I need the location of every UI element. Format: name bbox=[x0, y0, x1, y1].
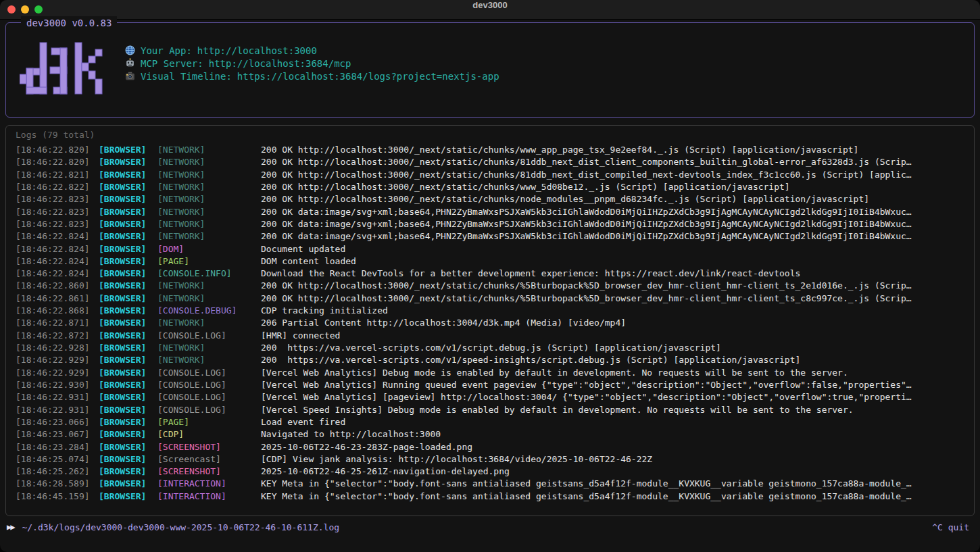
log-category-tag: [CONSOLE.LOG] bbox=[157, 379, 261, 391]
log-list: [18:46:22.820] [BROWSER] [NETWORK] 200 O… bbox=[16, 144, 972, 503]
log-message: KEY Meta in {"selector":"body.font-sans … bbox=[261, 478, 972, 490]
log-category-tag: [NETWORK] bbox=[157, 342, 261, 354]
log-message: [Vercel Web Analytics] Running queued ev… bbox=[261, 379, 972, 391]
log-message: Document updated bbox=[261, 243, 972, 255]
log-message: Download the React DevTools for a better… bbox=[261, 268, 972, 280]
log-message: [Vercel Speed Insights] Debug mode is en… bbox=[261, 404, 972, 416]
log-timestamp: [18:46:45.159] bbox=[16, 491, 99, 503]
log-message: 200 OK data:image/svg+xml;base64,PHN2ZyB… bbox=[261, 230, 972, 243]
log-timestamp: [18:46:22.928] bbox=[16, 342, 99, 354]
logs-count-label: Logs (79 total) bbox=[16, 130, 95, 140]
status-bar: ▶▶ ~/.d3k/logs/dev3000-dev3000-www-2025-… bbox=[7, 520, 969, 534]
log-category-tag: [CONSOLE.LOG] bbox=[157, 391, 261, 403]
app-version-label: dev3000 v0.0.83 bbox=[21, 16, 117, 30]
log-source-tag: [BROWSER] bbox=[99, 491, 157, 503]
terminal-content: dev3000 v0.0.83 bbox=[0, 19, 980, 552]
d3k-logo bbox=[20, 42, 104, 95]
log-message: 200 OK http://localhost:3000/_next/stati… bbox=[261, 181, 972, 193]
log-category-tag: [NETWORK] bbox=[157, 181, 261, 193]
log-message: 200 https://va.vercel-scripts.com/v1/spe… bbox=[261, 354, 972, 366]
log-timestamp: [18:46:23.067] bbox=[16, 428, 99, 441]
log-row: [18:46:22.824] [BROWSER] [NETWORK] 200 O… bbox=[16, 230, 972, 243]
log-message: 200 OK http://localhost:3000/_next/stati… bbox=[261, 293, 972, 305]
log-source-tag: [BROWSER] bbox=[99, 453, 157, 466]
log-source-tag: [BROWSER] bbox=[99, 379, 157, 391]
titlebar: dev3000 bbox=[0, 0, 980, 20]
log-row: [18:46:22.929] [BROWSER] [CONSOLE.LOG] [… bbox=[16, 367, 972, 379]
log-row: [18:46:22.824] [BROWSER] [CONSOLE.INFO] … bbox=[16, 268, 972, 280]
log-row: [18:46:22.930] [BROWSER] [CONSOLE.LOG] [… bbox=[16, 379, 972, 391]
log-category-tag: [INTERACTION] bbox=[157, 478, 261, 490]
log-source-tag: [BROWSER] bbox=[99, 466, 157, 478]
log-row: [18:46:22.929] [BROWSER] [NETWORK] 200 h… bbox=[16, 354, 972, 366]
log-message: 200 https://va.vercel-scripts.com/v1/scr… bbox=[261, 342, 972, 354]
log-timestamp: [18:46:25.262] bbox=[16, 466, 99, 478]
log-timestamp: [18:46:22.868] bbox=[16, 305, 99, 317]
log-category-tag: [NETWORK] bbox=[157, 293, 261, 305]
log-message: [Vercel Web Analytics] [pageview] http:/… bbox=[261, 391, 972, 403]
link-label: Visual Timeline: bbox=[141, 71, 232, 82]
log-timestamp: [18:46:22.871] bbox=[16, 317, 99, 329]
log-category-tag: [CONSOLE.LOG] bbox=[157, 404, 261, 416]
log-message: 2025-10-06T22-46-23-283Z-page-loaded.png bbox=[261, 441, 972, 453]
log-source-tag: [BROWSER] bbox=[99, 441, 157, 453]
log-source-tag: [BROWSER] bbox=[99, 317, 157, 329]
log-message: 200 OK http://localhost:3000/_next/stati… bbox=[261, 280, 972, 292]
log-category-tag: [CONSOLE.DEBUG] bbox=[157, 305, 261, 317]
log-source-tag: [BROWSER] bbox=[99, 169, 157, 181]
log-row: [18:46:22.824] [BROWSER] [DOM] Document … bbox=[16, 243, 972, 255]
server-link-row: Your App: http://localhost:3000 bbox=[125, 45, 499, 55]
log-message: 200 OK data:image/svg+xml;base64,PHN2ZyB… bbox=[261, 206, 972, 218]
window-title: dev3000 bbox=[0, 0, 980, 19]
link-label: MCP Server: bbox=[141, 58, 203, 69]
log-message: Load event fired bbox=[261, 416, 972, 428]
log-source-tag: [BROWSER] bbox=[99, 181, 157, 193]
log-category-tag: [NETWORK] bbox=[157, 169, 261, 181]
log-row: [18:46:25.262] [BROWSER] [SCREENSHOT] 20… bbox=[16, 466, 972, 478]
log-timestamp: [18:46:22.824] bbox=[16, 255, 99, 268]
log-timestamp: [18:46:22.860] bbox=[16, 280, 99, 292]
log-row: [18:46:23.066] [BROWSER] [PAGE] Load eve… bbox=[16, 416, 972, 428]
logs-panel: Logs (79 total) [18:46:22.820] [BROWSER]… bbox=[5, 125, 975, 516]
terminal-window: dev3000 dev3000 v0.0.83 bbox=[0, 0, 980, 552]
log-row: [18:46:22.821] [BROWSER] [NETWORK] 200 O… bbox=[16, 169, 972, 181]
link-url[interactable]: https://localhost:3684/logs?project=next… bbox=[237, 71, 499, 82]
log-row: [18:46:22.823] [BROWSER] [NETWORK] 200 O… bbox=[16, 193, 972, 205]
quit-hint: ^C quit bbox=[932, 522, 969, 532]
log-timestamp: [18:46:22.824] bbox=[16, 230, 99, 243]
log-row: [18:46:23.284] [BROWSER] [SCREENSHOT] 20… bbox=[16, 441, 972, 453]
log-source-tag: [BROWSER] bbox=[99, 404, 157, 416]
log-timestamp: [18:46:22.823] bbox=[16, 193, 99, 205]
log-category-tag: [SCREENSHOT] bbox=[157, 441, 261, 453]
log-row: [18:46:22.824] [BROWSER] [PAGE] DOM cont… bbox=[16, 255, 972, 268]
log-source-tag: [BROWSER] bbox=[99, 243, 157, 255]
log-row: [18:46:22.820] [BROWSER] [NETWORK] 200 O… bbox=[16, 144, 972, 156]
log-source-tag: [BROWSER] bbox=[99, 156, 157, 168]
log-source-tag: [BROWSER] bbox=[99, 330, 157, 342]
log-timestamp: [18:46:22.824] bbox=[16, 268, 99, 280]
log-source-tag: [BROWSER] bbox=[99, 230, 157, 243]
log-category-tag: [NETWORK] bbox=[157, 218, 261, 230]
log-source-tag: [BROWSER] bbox=[99, 206, 157, 218]
log-row: [18:46:22.822] [BROWSER] [NETWORK] 200 O… bbox=[16, 181, 972, 193]
log-timestamp: [18:46:25.074] bbox=[16, 453, 99, 466]
log-category-tag: [CDP] bbox=[157, 428, 261, 441]
log-row: [18:46:45.159] [BROWSER] [INTERACTION] K… bbox=[16, 491, 972, 503]
log-message: 200 OK http://localhost:3000/_next/stati… bbox=[261, 156, 972, 168]
log-row: [18:46:22.928] [BROWSER] [NETWORK] 200 h… bbox=[16, 342, 972, 354]
log-message: 200 OK http://localhost:3000/_next/stati… bbox=[261, 169, 972, 181]
log-category-tag: [CONSOLE.LOG] bbox=[157, 330, 261, 342]
log-timestamp: [18:46:22.861] bbox=[16, 293, 99, 305]
log-category-tag: [NETWORK] bbox=[157, 280, 261, 292]
log-row: [18:46:25.074] [BROWSER] [Screencast] [C… bbox=[16, 453, 972, 466]
log-timestamp: [18:46:22.929] bbox=[16, 367, 99, 379]
log-timestamp: [18:46:23.066] bbox=[16, 416, 99, 428]
log-row: [18:46:22.868] [BROWSER] [CONSOLE.DEBUG]… bbox=[16, 305, 972, 317]
link-url[interactable]: http://localhost:3684/mcp bbox=[209, 58, 351, 69]
link-url[interactable]: http://localhost:3000 bbox=[197, 45, 317, 56]
log-message: [Vercel Web Analytics] Debug mode is ena… bbox=[261, 367, 972, 379]
log-message: 200 OK http://localhost:3000/_next/stati… bbox=[261, 144, 972, 156]
log-timestamp: [18:46:22.820] bbox=[16, 156, 99, 168]
log-category-tag: [PAGE] bbox=[157, 416, 261, 428]
log-file-path: ~/.d3k/logs/dev3000-dev3000-www-2025-10-… bbox=[22, 522, 339, 532]
